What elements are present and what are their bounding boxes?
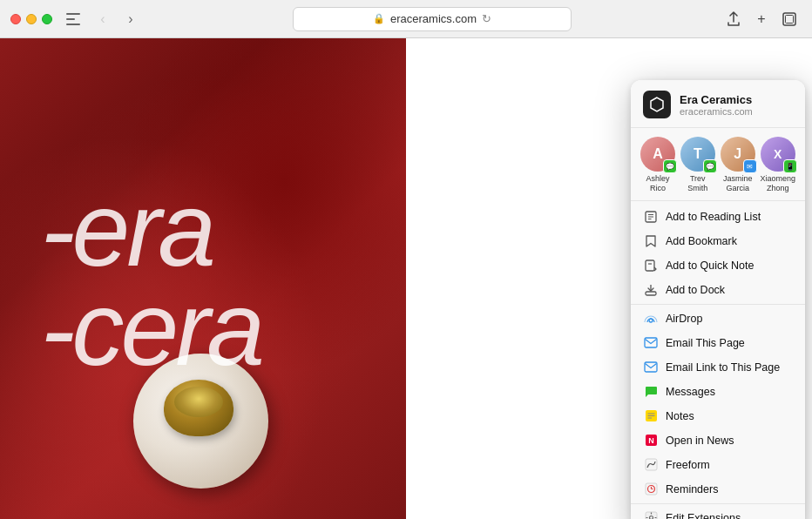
menu-item-email-page[interactable]: Email This Page [631, 331, 805, 355]
menu-item-edit-extensions[interactable]: Edit Extensions... [631, 506, 805, 519]
menu-item-add-reading-list[interactable]: Add to Reading List [631, 205, 805, 229]
svg-rect-19 [646, 459, 657, 470]
menu-item-label-airdrop: AirDrop [666, 313, 702, 325]
menu-item-label-notes: Notes [666, 410, 694, 422]
menu-item-label-email-link: Email Link to This Page [666, 361, 780, 374]
notes-icon [643, 408, 659, 424]
person-name-ashley: AshleyRico [646, 174, 669, 193]
popup-site-url: eraceramics.com [680, 106, 753, 117]
messages-icon [643, 384, 659, 400]
reminders-icon [643, 482, 659, 497]
email-page-icon [643, 335, 659, 351]
bookmark-icon [643, 233, 659, 249]
menu-item-freeform[interactable]: Freeform [631, 453, 805, 477]
lock-icon: 🔒 [373, 13, 385, 24]
menu-item-airdrop[interactable]: AirDrop [631, 307, 805, 331]
menu-item-notes[interactable]: Notes [631, 404, 805, 428]
plate-circle-left [133, 354, 268, 489]
person-item-ashley[interactable]: A 💬 AshleyRico [640, 137, 675, 193]
traffic-lights [10, 14, 52, 24]
fullscreen-button[interactable] [42, 14, 52, 24]
badge-ashley: 💬 [663, 159, 677, 173]
menu-item-add-to-dock[interactable]: Add to Dock [631, 278, 805, 302]
address-bar[interactable]: 🔒 eraceramics.com ↻ [293, 7, 572, 31]
menu-item-label-add-bookmark: Add Bookmark [666, 235, 737, 247]
tabs-overview-button[interactable] [777, 7, 802, 31]
avatar-xiaomeng: X 📱 [761, 137, 795, 172]
url-display: eraceramics.com [390, 12, 477, 25]
people-row: A 💬 AshleyRico T 💬 TrevSmith J ✉ Jasmine… [631, 128, 805, 201]
address-bar-container: 🔒 eraceramics.com ↻ [150, 7, 714, 31]
svg-rect-1 [786, 15, 794, 23]
menu-items-list: Add to Reading List Add Bookmark [631, 201, 805, 519]
avatar-ashley: A 💬 [640, 137, 675, 172]
bowl-yellow [164, 380, 233, 436]
freeform-icon [643, 457, 659, 473]
menu-item-label-add-to-dock: Add to Dock [666, 284, 725, 296]
avatar-jasmine: J ✉ [721, 137, 755, 172]
forward-button[interactable]: › [118, 7, 143, 31]
popup-header: Era Ceramics eraceramics.com [631, 80, 805, 128]
menu-item-messages[interactable]: Messages [631, 380, 805, 404]
person-item-trev[interactable]: T 💬 TrevSmith [680, 137, 715, 193]
nav-buttons: ‹ › [91, 7, 143, 31]
close-button[interactable] [10, 14, 21, 24]
person-item-jasmine[interactable]: J ✉ JasmineGarcia [721, 137, 755, 193]
browser-toolbar: ‹ › 🔒 eraceramics.com ↻ + [0, 0, 812, 38]
menu-item-label-open-news: Open in News [666, 435, 734, 447]
site-favicon [643, 91, 671, 118]
svg-text:N: N [648, 436, 654, 445]
quick-note-icon [643, 258, 659, 273]
dock-icon [643, 282, 659, 298]
badge-xiaomeng: 📱 [783, 159, 797, 173]
share-popup: Era Ceramics eraceramics.com A 💬 AshleyR… [631, 80, 805, 519]
reading-list-icon [643, 209, 659, 225]
person-name-jasmine: JasmineGarcia [723, 174, 753, 193]
svg-rect-8 [646, 292, 656, 295]
menu-item-label-email-page: Email This Page [666, 337, 745, 349]
menu-item-label-freeform: Freeform [666, 459, 710, 471]
badge-trev: 💬 [703, 159, 717, 173]
toolbar-actions: + [721, 7, 802, 31]
back-button[interactable]: ‹ [91, 7, 115, 31]
sidebar-toggle-button[interactable] [66, 13, 80, 25]
email-link-icon [643, 360, 659, 375]
menu-divider-1 [631, 304, 805, 305]
plate-left [133, 354, 273, 493]
news-icon: N [643, 433, 659, 448]
menu-item-label-add-reading-list: Add to Reading List [666, 211, 761, 223]
svg-rect-11 [645, 338, 657, 347]
svg-rect-12 [645, 362, 657, 372]
edit-extensions-icon [643, 510, 659, 519]
hero-left-panel [0, 38, 406, 519]
brand-text-right: micsmic [406, 179, 607, 378]
menu-item-label-quick-note: Add to Quick Note [666, 260, 754, 272]
avatar-trev: T 💬 [680, 137, 715, 172]
share-button[interactable] [721, 7, 746, 31]
badge-jasmine: ✉ [743, 159, 757, 173]
popup-site-name: Era Ceramics [680, 93, 753, 106]
person-name-trev: TrevSmith [687, 174, 707, 193]
menu-item-email-link[interactable]: Email Link to This Page [631, 355, 805, 380]
menu-item-label-reminders: Reminders [666, 483, 718, 495]
reload-icon[interactable]: ↻ [482, 12, 491, 25]
menu-item-open-news[interactable]: N Open in News [631, 428, 805, 453]
minimize-button[interactable] [26, 14, 37, 24]
menu-item-quick-note[interactable]: Add to Quick Note [631, 253, 805, 278]
bowl-inner [174, 387, 223, 417]
airdrop-icon [643, 311, 659, 327]
new-tab-button[interactable]: + [749, 7, 774, 31]
menu-item-add-bookmark[interactable]: Add Bookmark [631, 229, 805, 253]
person-name-xiaomeng: XiaomengZhong [761, 174, 796, 193]
menu-item-label-messages: Messages [666, 386, 715, 398]
page-content: -era-cera micsmic Era Ceramics eracerami… [0, 38, 812, 519]
menu-divider-2 [631, 503, 805, 504]
svg-rect-6 [646, 260, 654, 271]
menu-item-reminders[interactable]: Reminders [631, 477, 805, 502]
person-item-xiaomeng[interactable]: X 📱 XiaomengZhong [761, 137, 796, 193]
menu-item-label-edit-extensions: Edit Extensions... [666, 512, 750, 519]
popup-site-info: Era Ceramics eraceramics.com [680, 93, 753, 117]
